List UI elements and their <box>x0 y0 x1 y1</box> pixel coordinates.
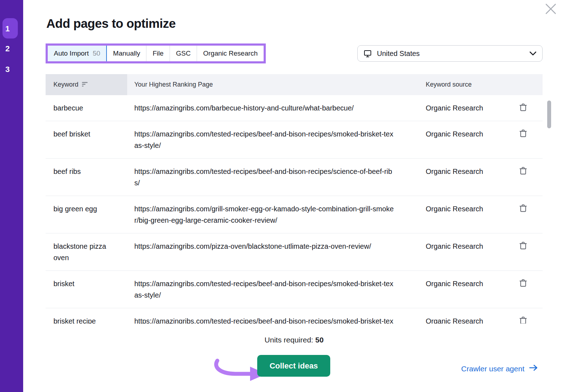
table-row: brisket https://amazingribs.com/tested-r… <box>46 271 543 308</box>
step-3[interactable]: 3 <box>2 65 13 74</box>
units-required-value: 50 <box>315 336 323 344</box>
tab-label: Auto Import <box>54 50 89 57</box>
keyword-column-header[interactable]: Keyword <box>46 74 127 95</box>
table-row: brisket recipe https://amazingribs.com/t… <box>46 308 543 324</box>
crawler-user-agent-link[interactable]: Crawler user agent <box>461 364 538 373</box>
page-title: Add pages to optimize <box>46 16 176 31</box>
trash-icon <box>519 241 527 251</box>
table-row: big green egg https://amazingribs.com/gr… <box>46 196 543 233</box>
country-value: United States <box>377 50 420 58</box>
keyword-cell: blackstone pizza oven <box>46 233 127 270</box>
tab-auto-import[interactable]: Auto Import 50 <box>48 46 107 61</box>
trash-icon <box>519 316 527 324</box>
table-row: beef ribs https://amazingribs.com/tested… <box>46 159 543 196</box>
arrow-right-icon <box>529 364 538 373</box>
units-required-label: Units required: <box>265 336 314 344</box>
delete-row-button[interactable] <box>519 103 527 113</box>
collect-ideas-button[interactable]: Collect ideas <box>257 355 330 377</box>
close-icon <box>545 11 557 16</box>
keyword-header-label: Keyword <box>53 81 78 88</box>
trash-icon <box>519 166 527 176</box>
tab-label: File <box>152 50 164 57</box>
step-2[interactable]: 2 <box>2 44 13 53</box>
step-1[interactable]: 1 <box>2 24 13 33</box>
source-column-header: Keyword source <box>413 74 513 95</box>
tab-organic-research[interactable]: Organic Research <box>197 46 264 61</box>
monitor-icon <box>363 49 372 58</box>
table-scrollbar[interactable] <box>547 100 551 128</box>
url-cell: https://amazingribs.com/tested-recipes/b… <box>127 308 413 324</box>
keyword-cell: big green egg <box>46 196 127 233</box>
delete-row-button[interactable] <box>519 129 527 139</box>
url-cell: https://amazingribs.com/barbecue-history… <box>127 95 413 121</box>
trash-icon <box>519 279 527 288</box>
table-header: Keyword Your Highest Ranking Page Keywor… <box>46 74 543 95</box>
tab-label: Manually <box>113 50 140 57</box>
trash-icon <box>519 103 527 113</box>
crawler-link-label: Crawler user agent <box>461 365 524 373</box>
close-button[interactable] <box>544 2 558 16</box>
source-cell: Organic Research <box>413 271 513 308</box>
trash-icon <box>519 129 527 139</box>
keywords-table: Keyword Your Highest Ranking Page Keywor… <box>46 74 543 324</box>
stepper-sidebar: 1 2 3 <box>0 0 23 392</box>
tab-label: Organic Research <box>203 50 258 57</box>
url-cell: https://amazingribs.com/pizza-oven/black… <box>127 233 413 270</box>
tabs-annotation-outline: Auto Import 50 Manually File GSC Organic… <box>46 43 266 63</box>
tab-label: GSC <box>176 50 191 57</box>
add-pages-modal: 1 2 3 Add pages to optimize Auto Import … <box>0 0 570 392</box>
keyword-cell: brisket recipe <box>46 308 127 324</box>
table-row: blackstone pizza oven https://amazingrib… <box>46 233 543 271</box>
url-cell: https://amazingribs.com/grill-smoker-egg… <box>127 196 413 233</box>
delete-row-button[interactable] <box>519 241 527 251</box>
delete-row-button[interactable] <box>519 166 527 176</box>
source-cell: Organic Research <box>413 159 513 196</box>
source-cell: Organic Research <box>413 95 513 121</box>
source-cell: Organic Research <box>413 233 513 270</box>
keyword-cell: brisket <box>46 271 127 308</box>
table-row: beef brisket https://amazingribs.com/tes… <box>46 121 543 159</box>
table-row: barbecue https://amazingribs.com/barbecu… <box>46 95 543 121</box>
delete-row-button[interactable] <box>519 316 527 324</box>
source-cell: Organic Research <box>413 121 513 158</box>
chevron-down-icon <box>529 51 537 56</box>
country-selector[interactable]: United States <box>357 45 543 62</box>
page-column-header: Your Highest Ranking Page <box>127 74 413 95</box>
url-cell: https://amazingribs.com/tested-recipes/b… <box>127 159 413 196</box>
url-cell: https://amazingribs.com/tested-recipes/b… <box>127 271 413 308</box>
delete-row-button[interactable] <box>519 204 527 213</box>
keyword-cell: beef brisket <box>46 121 127 158</box>
tab-gsc[interactable]: GSC <box>170 46 197 61</box>
tab-manually[interactable]: Manually <box>107 46 146 61</box>
delete-row-button[interactable] <box>519 279 527 288</box>
trash-icon <box>519 204 527 213</box>
url-cell: https://amazingribs.com/tested-recipes/b… <box>127 121 413 158</box>
keyword-cell: beef ribs <box>46 159 127 196</box>
tab-file[interactable]: File <box>146 46 170 61</box>
units-required: Units required: 50 <box>46 336 543 344</box>
keyword-cell: barbecue <box>46 95 127 121</box>
source-cell: Organic Research <box>413 308 513 324</box>
source-cell: Organic Research <box>413 196 513 233</box>
sort-icon <box>82 81 88 88</box>
tab-count-badge: 50 <box>93 50 100 57</box>
